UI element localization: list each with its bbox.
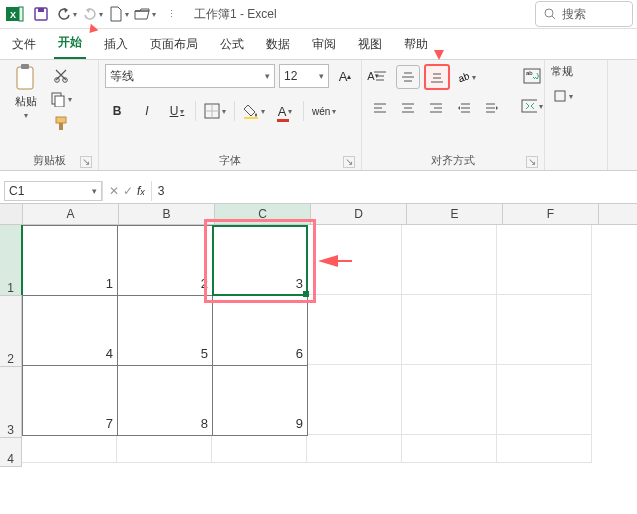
svg-text:ab: ab [457, 70, 470, 84]
font-color-button[interactable]: A [273, 100, 297, 122]
spreadsheet-grid: A B C D E F 1 2 3 4 [0, 204, 637, 467]
align-bottom-button[interactable] [424, 64, 450, 90]
tab-help[interactable]: 帮助 [400, 30, 432, 59]
cell-b3[interactable]: 8 [118, 366, 213, 436]
tab-pagelayout[interactable]: 页面布局 [146, 30, 202, 59]
col-header-e[interactable]: E [407, 204, 503, 224]
group-alignment: ab ab 对齐方式↘ [362, 60, 545, 170]
window-title: 工作簿1 - Excel [194, 6, 277, 23]
title-bar: X ⋮ 工作簿1 - Excel 搜索 [0, 0, 637, 29]
tab-formulas[interactable]: 公式 [216, 30, 248, 59]
row-header-1[interactable]: 1 [0, 225, 22, 296]
tab-data[interactable]: 数据 [262, 30, 294, 59]
svg-rect-8 [21, 64, 29, 69]
svg-rect-18 [244, 117, 258, 119]
svg-rect-13 [56, 117, 66, 123]
group-clipboard: 粘贴 ▾ 剪贴板↘ [0, 60, 99, 170]
search-box[interactable]: 搜索 [535, 1, 633, 27]
font-size-select[interactable]: 12▾ [279, 64, 329, 88]
svg-rect-14 [59, 123, 63, 130]
italic-button[interactable]: I [135, 100, 159, 122]
fill-color-button[interactable] [241, 100, 267, 122]
formula-bar: C1▾ ✕ ✓ fx 3 [0, 179, 637, 204]
format-painter-button[interactable] [50, 112, 72, 134]
group-font: 等线▾ 12▾ A▴ A▾ B I U A [99, 60, 362, 170]
new-file-button[interactable] [108, 3, 130, 25]
cell-b2[interactable]: 5 [118, 296, 213, 366]
cells-area[interactable]: 1 2 3 4 5 6 7 8 9 [22, 225, 592, 463]
tab-file[interactable]: 文件 [8, 30, 40, 59]
paste-button[interactable]: 粘贴 ▾ [6, 64, 46, 120]
tab-insert[interactable]: 插入 [100, 30, 132, 59]
currency-button[interactable] [551, 85, 575, 107]
name-box[interactable]: C1▾ [4, 181, 102, 201]
col-header-c[interactable]: C [215, 204, 311, 224]
col-header-b[interactable]: B [119, 204, 215, 224]
increase-font-button[interactable]: A▴ [333, 65, 357, 87]
cell-c3[interactable]: 9 [213, 366, 308, 436]
search-icon [544, 8, 556, 20]
merge-button[interactable] [520, 94, 544, 118]
increase-indent-button[interactable] [480, 96, 504, 120]
svg-line-6 [552, 16, 555, 19]
orientation-button[interactable]: ab [454, 65, 478, 89]
qat-more-button[interactable]: ⋮ [160, 3, 182, 25]
col-header-f[interactable]: F [503, 204, 599, 224]
svg-text:ab: ab [526, 70, 533, 76]
row-header-3[interactable]: 3 [0, 367, 22, 438]
align-top-button[interactable] [368, 65, 392, 89]
ribbon: 粘贴 ▾ 剪贴板↘ 等线▾ 12▾ A▴ [0, 60, 637, 171]
tab-home[interactable]: 开始 [54, 28, 86, 59]
svg-text:X: X [10, 10, 16, 20]
accept-formula-button[interactable]: ✓ [123, 184, 133, 198]
row-selection-indicator [21, 225, 23, 295]
wrap-text-button[interactable]: ab [520, 64, 544, 88]
cell-a3[interactable]: 7 [23, 366, 118, 436]
open-file-button[interactable] [134, 3, 156, 25]
font-launcher[interactable]: ↘ [343, 156, 355, 168]
save-button[interactable] [30, 3, 52, 25]
cell-a2[interactable]: 4 [23, 296, 118, 366]
tab-review[interactable]: 审阅 [308, 30, 340, 59]
group-number: 常规 [545, 60, 608, 170]
tab-view[interactable]: 视图 [354, 30, 386, 59]
cut-button[interactable] [50, 64, 72, 86]
number-format-select[interactable]: 常规 [551, 64, 573, 79]
row-header-2[interactable]: 2 [0, 296, 22, 367]
cell-c1[interactable]: 3 [213, 226, 308, 296]
font-name-select[interactable]: 等线▾ [105, 64, 275, 88]
bold-button[interactable]: B [105, 100, 129, 122]
align-launcher[interactable]: ↘ [526, 156, 538, 168]
formula-input[interactable]: 3 [152, 179, 637, 203]
underline-button[interactable]: U [165, 100, 189, 122]
redo-button[interactable] [82, 3, 104, 25]
align-center-button[interactable] [396, 96, 420, 120]
align-left-button[interactable] [368, 96, 392, 120]
annotation-arrow-icon [434, 50, 444, 60]
select-all-corner[interactable] [0, 204, 23, 224]
cell-b1[interactable]: 2 [118, 226, 213, 296]
row-header-4[interactable]: 4 [0, 438, 22, 467]
col-header-a[interactable]: A [23, 204, 119, 224]
fx-button[interactable]: fx [137, 184, 145, 198]
clipboard-icon [12, 64, 40, 92]
phonetic-button[interactable]: wén [310, 100, 338, 122]
cancel-formula-button[interactable]: ✕ [109, 184, 119, 198]
cell-a1[interactable]: 1 [23, 226, 118, 296]
row-headers: 1 2 3 4 [0, 225, 22, 467]
decrease-indent-button[interactable] [452, 96, 476, 120]
undo-button[interactable] [56, 3, 78, 25]
copy-button[interactable] [50, 88, 72, 110]
align-middle-button[interactable] [396, 65, 420, 89]
annotation-arrow-icon [318, 255, 338, 267]
svg-point-5 [545, 9, 553, 17]
cell-c2[interactable]: 6 [213, 296, 308, 366]
svg-rect-7 [17, 67, 33, 89]
search-placeholder: 搜索 [562, 6, 586, 23]
clipboard-launcher[interactable]: ↘ [80, 156, 92, 168]
align-right-button[interactable] [424, 96, 448, 120]
svg-rect-47 [555, 91, 565, 101]
borders-button[interactable] [202, 100, 228, 122]
svg-rect-4 [38, 8, 44, 12]
col-header-d[interactable]: D [311, 204, 407, 224]
